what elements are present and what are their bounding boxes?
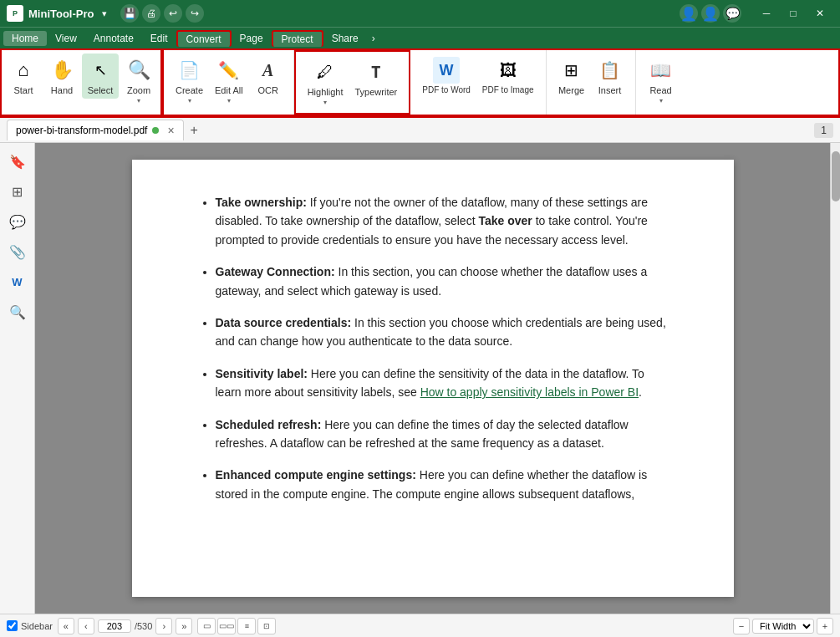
zoom-label: Zoom: [127, 85, 150, 95]
redo-btn[interactable]: ↪: [186, 4, 204, 23]
last-page-btn[interactable]: »: [176, 618, 192, 634]
content-area[interactable]: Take ownership: If you're not the owner …: [35, 143, 830, 614]
tab-filename: power-bi-transform-model.pdf: [16, 125, 147, 136]
sidebar-bookmark-icon[interactable]: 🔖: [6, 150, 29, 173]
edit-all-arrow: ▾: [227, 97, 231, 104]
prev-page-btn[interactable]: ‹: [78, 618, 94, 634]
read-label: Read: [649, 85, 671, 95]
tab-bar: power-bi-transform-model.pdf × + 1: [0, 118, 840, 143]
read-icon: 📖: [648, 57, 675, 84]
zoom-plus-btn[interactable]: +: [817, 618, 833, 634]
double-page-view-icon[interactable]: ▭▭: [217, 618, 236, 634]
take-ownership-bold: Take ownership:: [216, 196, 307, 209]
menu-edit[interactable]: Edit: [142, 31, 176, 46]
merge-btn[interactable]: ⊞ Merge: [553, 54, 590, 99]
account-circle-icon[interactable]: 👤: [680, 4, 698, 23]
zoom-arrow: ▾: [137, 97, 140, 104]
select-btn[interactable]: ↖ Select: [82, 54, 119, 99]
pdf-to-image-label: PDF to Image: [482, 85, 534, 94]
scrollbar-right[interactable]: [830, 143, 840, 614]
app-name: MiniTool-Pro: [28, 8, 94, 20]
scroll-view-icon[interactable]: ≡: [237, 618, 256, 634]
zoom-controls: − Fit Width Fit Page 100% 125% 150% +: [733, 618, 833, 634]
sidebar-word-icon[interactable]: W: [6, 270, 29, 293]
pdf-to-image-btn[interactable]: 🖼 PDF to Image: [477, 54, 539, 98]
insert-btn[interactable]: 📋 Insert: [592, 54, 629, 99]
hand-icon: ✋: [48, 57, 75, 84]
sidebar-comment-icon[interactable]: 💬: [6, 210, 29, 233]
ribbon-group-pages: ⊞ Merge 📋 Insert: [547, 50, 636, 115]
add-tab-btn[interactable]: +: [184, 120, 205, 141]
save-icon-btn[interactable]: 💾: [120, 4, 139, 23]
sidebar-toggle: Sidebar: [7, 620, 53, 631]
toolbar-ribbon-row: ⌂ Start ✋ Hand ↖ Select 🔍 Zoom ▾ 📄 Creat…: [0, 48, 840, 118]
sidebar-checkbox[interactable]: [7, 620, 18, 631]
window-controls: ─ □ ✕: [753, 0, 833, 27]
menu-protect[interactable]: Protect: [272, 30, 323, 47]
create-label: Create: [176, 85, 203, 95]
menu-home[interactable]: Home: [3, 31, 47, 46]
read-btn[interactable]: 📖 Read ▾: [643, 54, 680, 108]
take-over-bold: Take over: [478, 214, 532, 227]
select-label: Select: [88, 85, 114, 95]
total-pages: /530: [135, 621, 152, 631]
highlight-btn[interactable]: 🖊 Highlight ▾: [303, 55, 349, 110]
hand-label: Hand: [51, 85, 73, 95]
ribbon-group-convert: W PDF to Word 🖼 PDF to Image: [410, 50, 546, 115]
list-item-refresh: Scheduled refresh: Here you can define t…: [216, 415, 667, 453]
ribbon-groups: 📄 Create ▾ ✏️ Edit All ▾ A OCR 🖊 Highlig…: [162, 48, 840, 116]
sidebar-search-icon[interactable]: 🔍: [6, 300, 29, 324]
typewriter-btn[interactable]: T Typewriter: [349, 55, 402, 100]
sidebar-thumbnail-icon[interactable]: ⊞: [6, 180, 29, 203]
fit-view-icon[interactable]: ⊡: [257, 618, 276, 634]
maximize-btn[interactable]: □: [780, 0, 807, 27]
merge-icon: ⊞: [558, 57, 585, 84]
refresh-bold: Scheduled refresh:: [216, 418, 322, 431]
menu-view[interactable]: View: [47, 31, 85, 46]
close-btn[interactable]: ✕: [807, 0, 833, 27]
first-page-btn[interactable]: «: [58, 618, 74, 634]
page-number-input[interactable]: [98, 619, 131, 633]
ocr-btn[interactable]: A OCR: [250, 54, 287, 99]
app-dropdown[interactable]: ▾: [102, 8, 107, 19]
create-btn[interactable]: 📄 Create ▾: [171, 54, 208, 108]
menu-convert[interactable]: Convert: [176, 30, 232, 47]
tab-close-btn[interactable]: ×: [167, 124, 174, 137]
menu-page[interactable]: Page: [232, 31, 272, 46]
menu-bar: Home View Annotate Edit Convert Page Pro…: [0, 27, 840, 48]
sensitivity-link[interactable]: How to apply sensitivity labels in Power…: [420, 385, 639, 399]
zoom-minus-btn[interactable]: −: [733, 618, 750, 634]
quick-access: 💾 🖨 ↩ ↪: [120, 4, 204, 23]
start-icon: ⌂: [10, 57, 37, 84]
typewriter-icon: T: [363, 59, 389, 85]
menu-annotate[interactable]: Annotate: [85, 31, 142, 46]
document-tab[interactable]: power-bi-transform-model.pdf ×: [7, 120, 184, 140]
sidebar-attachment-icon[interactable]: 📎: [6, 240, 29, 263]
menu-share[interactable]: Share: [323, 31, 367, 46]
next-page-btn[interactable]: ›: [155, 618, 172, 634]
pdf-to-word-btn[interactable]: W PDF to Word: [417, 54, 476, 98]
zoom-btn[interactable]: 🔍 Zoom ▾: [120, 54, 157, 108]
scroll-thumb[interactable]: [832, 151, 840, 201]
chat-icon[interactable]: 💬: [723, 4, 741, 23]
start-btn[interactable]: ⌂ Start: [5, 54, 42, 99]
minimize-btn[interactable]: ─: [753, 0, 780, 27]
list-item-compute: Enhanced compute engine settings: Here y…: [216, 466, 667, 503]
pdf-to-image-icon: 🖼: [495, 57, 522, 84]
user-avatar-icon[interactable]: 👤: [701, 4, 720, 23]
zoom-select[interactable]: Fit Width Fit Page 100% 125% 150%: [752, 619, 814, 634]
menu-more[interactable]: ›: [367, 31, 380, 46]
list-item-sensitivity: Sensitivity label: Here you can define t…: [216, 364, 667, 402]
hand-btn[interactable]: ✋ Hand: [43, 54, 80, 99]
view-mode-icons: ▭ ▭▭ ≡ ⊡: [197, 618, 276, 634]
single-page-view-icon[interactable]: ▭: [197, 618, 216, 634]
ribbon-group-annotate: 🖊 Highlight ▾ T Typewriter: [294, 50, 411, 115]
ocr-label: OCR: [257, 85, 277, 95]
merge-label: Merge: [558, 85, 584, 95]
print-icon-btn[interactable]: 🖨: [142, 4, 160, 23]
page-indicator: 1: [814, 123, 833, 138]
zoom-icon: 🔍: [125, 57, 152, 84]
ribbon-group-create: 📄 Create ▾ ✏️ Edit All ▾ A OCR: [164, 50, 294, 115]
undo-btn[interactable]: ↩: [164, 4, 182, 23]
edit-all-btn[interactable]: ✏️ Edit All ▾: [210, 54, 248, 108]
